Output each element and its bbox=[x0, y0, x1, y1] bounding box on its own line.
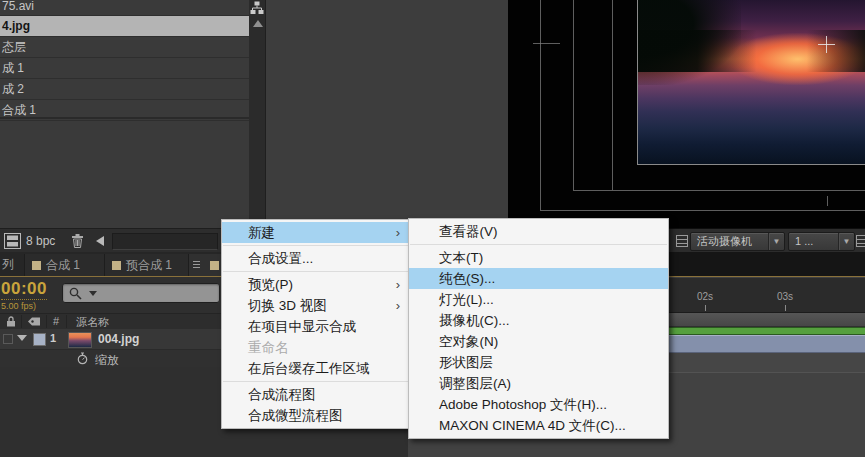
submenu-item-label: MAXON CINEMA 4D 文件(C)... bbox=[439, 418, 626, 433]
submenu-item[interactable]: 空对象(N) bbox=[409, 331, 668, 352]
frame-rate-label: 5.00 fps) bbox=[1, 301, 36, 311]
context-menu-item[interactable]: 在项目中显示合成 bbox=[222, 316, 409, 337]
composition-square-icon bbox=[32, 261, 41, 270]
back-arrow-icon[interactable] bbox=[96, 236, 104, 246]
column-source-name: 源名称 bbox=[76, 315, 109, 330]
guide-line bbox=[540, 0, 541, 210]
context-menu-item[interactable]: 合成流程图 bbox=[222, 384, 409, 405]
current-time-display[interactable]: 00:00 bbox=[1, 279, 47, 300]
project-item[interactable]: 4.jpg bbox=[0, 16, 249, 37]
submenu-item-label: Adobe Photoshop 文件(H)... bbox=[439, 397, 607, 412]
composition-viewer[interactable] bbox=[508, 0, 865, 228]
column-divider bbox=[66, 315, 67, 328]
tab-render-queue-fragment[interactable]: 列 bbox=[2, 256, 14, 273]
project-item[interactable]: 成 2 bbox=[0, 79, 249, 100]
panel-menu-icon bbox=[193, 261, 200, 270]
guide-tick bbox=[533, 43, 560, 44]
context-menu-item[interactable]: 新建› bbox=[222, 222, 409, 243]
context-menu-separator bbox=[223, 271, 408, 272]
submenu-item[interactable]: 灯光(L)... bbox=[409, 289, 668, 310]
dropdown-arrow-icon[interactable]: ▼ bbox=[768, 233, 784, 250]
guide-line bbox=[540, 210, 865, 211]
toolbar-inset-field bbox=[112, 233, 218, 250]
film-icon[interactable] bbox=[4, 233, 21, 249]
scroll-up-icon[interactable] bbox=[253, 20, 263, 27]
project-item[interactable]: 成 1 bbox=[0, 58, 249, 79]
project-item[interactable]: 75.avi bbox=[0, 0, 249, 16]
view-layout-dropdown[interactable]: 1 ... ▼ bbox=[788, 232, 855, 251]
context-menu-item[interactable]: 合成设置... bbox=[222, 248, 409, 269]
ruler-tick bbox=[705, 305, 706, 311]
camera-view-dropdown[interactable]: 活动摄像机 ▼ bbox=[690, 232, 785, 251]
submenu-item[interactable]: Adobe Photoshop 文件(H)... bbox=[409, 394, 668, 415]
submenu-item-label: 灯光(L)... bbox=[439, 292, 494, 307]
project-item-list: 75.avi4.jpg态层成 1成 2合成 1 bbox=[0, 0, 249, 121]
context-menu-item-label: 在项目中显示合成 bbox=[248, 319, 356, 334]
submenu-item-label: 空对象(N) bbox=[439, 334, 498, 349]
submenu-item-label: 调整图层(A) bbox=[439, 376, 511, 391]
tree-silhouette bbox=[638, 30, 865, 73]
search-options-arrow-icon[interactable] bbox=[89, 291, 97, 296]
context-menu-separator bbox=[223, 245, 408, 246]
layer-color-swatch[interactable] bbox=[33, 333, 46, 346]
trash-icon[interactable] bbox=[71, 233, 84, 248]
project-item[interactable]: 态层 bbox=[0, 37, 249, 58]
flowchart-icon[interactable] bbox=[250, 1, 264, 15]
project-scrollbar[interactable] bbox=[249, 0, 266, 228]
submenu-item-label: 形状图层 bbox=[439, 355, 493, 370]
submenu-item[interactable]: MAXON CINEMA 4D 文件(C)... bbox=[409, 415, 668, 436]
submenu-arrow-icon: › bbox=[396, 295, 400, 316]
search-icon bbox=[69, 287, 82, 300]
submenu-item-label: 文本(T) bbox=[439, 250, 483, 265]
tab-active-partial[interactable] bbox=[188, 254, 225, 276]
context-menu-item-label: 切换 3D 视图 bbox=[248, 298, 327, 313]
context-menu-item[interactable]: 在后台缓存工作区域 bbox=[222, 358, 409, 379]
ruler-label: 02s bbox=[697, 291, 713, 302]
tab-comp-1[interactable]: 合成 1 bbox=[24, 254, 105, 276]
sunset-lake-image bbox=[637, 0, 865, 165]
anchor-crosshair-icon bbox=[826, 36, 827, 53]
context-menu-item[interactable]: 预览(P)› bbox=[222, 274, 409, 295]
submenu-item[interactable]: 纯色(S)... bbox=[409, 268, 668, 289]
context-menu-item[interactable]: 切换 3D 视图› bbox=[222, 295, 409, 316]
guide-line bbox=[612, 0, 613, 190]
lock-icon bbox=[6, 316, 16, 327]
property-name-scale[interactable]: 缩放 bbox=[95, 352, 119, 369]
context-menu-item-label: 预览(P) bbox=[248, 277, 293, 292]
submenu-arrow-icon: › bbox=[396, 222, 400, 243]
context-menu-item-label: 在后台缓存工作区域 bbox=[248, 361, 370, 376]
dropdown-arrow-icon[interactable]: ▼ bbox=[838, 233, 854, 250]
project-panel: 75.avi4.jpg态层成 1成 2合成 1 bbox=[0, 0, 249, 228]
submenu-item[interactable]: 文本(T) bbox=[409, 247, 668, 268]
context-menu-item-label: 合成流程图 bbox=[248, 387, 316, 402]
new-layer-submenu: 查看器(V)文本(T)纯色(S)...灯光(L)...摄像机(C)...空对象(… bbox=[408, 218, 669, 439]
context-menu-item: 重命名 bbox=[222, 337, 409, 358]
tab-label: 预合成 1 bbox=[126, 258, 172, 272]
submenu-item[interactable]: 查看器(V) bbox=[409, 221, 668, 242]
layer-index: 1 bbox=[50, 332, 56, 344]
context-menu-item-label: 重命名 bbox=[248, 340, 289, 355]
context-menu-item[interactable]: 合成微型流程图 bbox=[222, 405, 409, 426]
composition-square-icon bbox=[210, 261, 219, 270]
grid-icon[interactable] bbox=[676, 234, 688, 248]
tab-precomp-1[interactable]: 预合成 1 bbox=[104, 254, 189, 276]
project-list-end-divider bbox=[0, 117, 249, 119]
timeline-search-input[interactable] bbox=[62, 283, 220, 303]
layer-thumbnail bbox=[68, 332, 92, 348]
submenu-item-label: 查看器(V) bbox=[439, 224, 498, 239]
context-menu-item-label: 新建 bbox=[248, 225, 275, 240]
bit-depth-label[interactable]: 8 bpc bbox=[26, 234, 55, 248]
composition-square-icon bbox=[112, 261, 121, 270]
grid-icon[interactable] bbox=[856, 234, 865, 248]
project-panel-empty-area bbox=[266, 0, 508, 228]
stopwatch-icon[interactable] bbox=[77, 352, 88, 365]
layer-expander-arrow-icon[interactable] bbox=[17, 335, 27, 341]
submenu-item[interactable]: 调整图层(A) bbox=[409, 373, 668, 394]
layer-toggle-box[interactable] bbox=[3, 334, 13, 344]
submenu-item[interactable]: 摄像机(C)... bbox=[409, 310, 668, 331]
guide-tick bbox=[827, 196, 828, 206]
layer-name[interactable]: 004.jpg bbox=[98, 332, 139, 346]
context-menu-item-label: 合成微型流程图 bbox=[248, 408, 343, 423]
submenu-item[interactable]: 形状图层 bbox=[409, 352, 668, 373]
guide-line bbox=[573, 190, 865, 191]
